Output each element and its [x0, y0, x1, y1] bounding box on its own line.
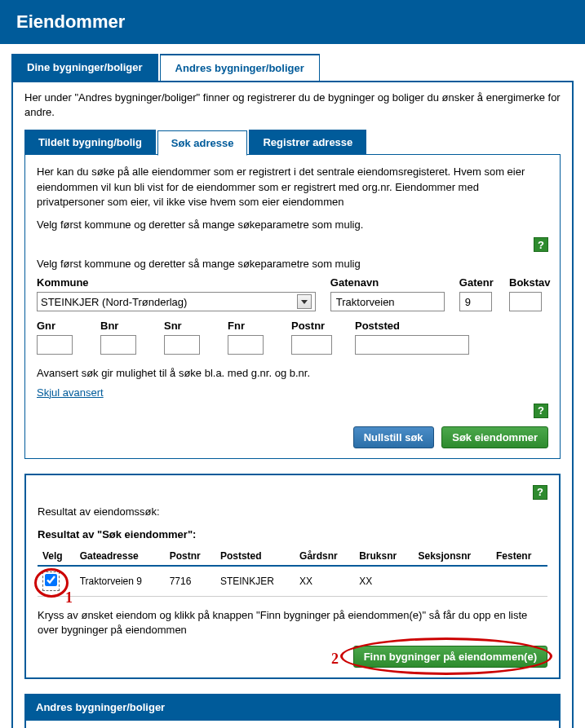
results-title: Resultat av eiendomssøk:: [38, 505, 547, 519]
col-poststed: Poststed: [215, 547, 295, 566]
subtab-registrer[interactable]: Registrer adresse: [249, 130, 366, 155]
label-gatenavn: Gatenavn: [330, 276, 445, 289]
help-icon[interactable]: ?: [533, 485, 547, 500]
help-icon[interactable]: ?: [534, 404, 548, 418]
snr-input[interactable]: [164, 335, 200, 355]
subtab-sok-adresse[interactable]: Søk adresse: [157, 130, 248, 156]
cell-seksjonsnr: [413, 566, 491, 597]
fnr-input[interactable]: [228, 335, 264, 355]
page-header: Eiendommer: [0, 0, 585, 44]
search-button[interactable]: Søk eiendommer: [441, 426, 548, 448]
cell-gateadresse: Traktorveien 9: [75, 566, 165, 597]
cell-bruksnr: XX: [354, 566, 413, 597]
cell-gardsnr: XX: [295, 566, 354, 597]
gnr-input[interactable]: [37, 335, 73, 355]
results-instruction: Kryss av ønsket eiendom og klikk på knap…: [38, 608, 547, 638]
label-poststed: Poststed: [355, 320, 469, 332]
table-row: Traktorveien 9 7716 STEINKJER XX XX: [38, 566, 547, 597]
bnr-input[interactable]: [100, 335, 136, 355]
search-desc1: Her kan du søke på alle eiendommer som e…: [37, 165, 548, 210]
col-bruksnr: Bruksnr: [354, 547, 413, 566]
postnr-input[interactable]: [291, 335, 332, 355]
search-desc3: Velg først kommune og deretter så mange …: [37, 257, 548, 271]
results-subtitle: Resultat av "Søk eiendommer":: [38, 527, 547, 542]
label-gatenr: Gatenr: [459, 276, 494, 289]
help-icon[interactable]: ?: [534, 237, 548, 252]
cell-postnr: 7716: [165, 566, 215, 597]
poststed-input[interactable]: [355, 335, 469, 355]
gatenavn-input[interactable]: [330, 292, 445, 311]
bottom-panel: ? Dersom du ikke finner din bolig/bygnin…: [24, 721, 561, 728]
results-table: Velg Gateadresse Postnr Poststed Gårdsnr…: [38, 547, 547, 597]
kommune-value: STEINKJER (Nord-Trønderlag): [41, 296, 187, 308]
main-panel: Her under "Andres bygninger/boliger" fin…: [11, 82, 574, 728]
advanced-text: Avansert søk gir mulighet til å søke bl.…: [37, 366, 548, 381]
results-panel: ? Resultat av eiendomssøk: Resultat av "…: [24, 474, 561, 680]
col-gateadresse: Gateadresse: [75, 547, 165, 566]
reset-button[interactable]: Nullstill søk: [353, 426, 434, 448]
hide-advanced-link[interactable]: Skjul avansert: [37, 386, 104, 399]
search-desc2: Velg først kommune og deretter så mange …: [37, 218, 548, 232]
tab-dine-bygninger[interactable]: Dine bygninger/boliger: [11, 54, 158, 81]
chevron-down-icon: [297, 294, 312, 309]
intro-text: Her under "Andres bygninger/boliger" fin…: [24, 90, 561, 120]
search-panel: Her kan du søke på alle eiendommer som e…: [24, 154, 561, 458]
row-checkbox[interactable]: [45, 574, 57, 586]
col-festenr: Festenr: [491, 547, 547, 566]
label-kommune: Kommune: [37, 276, 316, 289]
kommune-select[interactable]: STEINKJER (Nord-Trønderlag): [37, 292, 316, 311]
gatenr-input[interactable]: [459, 292, 492, 311]
label-bnr: Bnr: [100, 320, 149, 332]
subtab-tildelt[interactable]: Tildelt bygning/bolig: [24, 130, 156, 155]
label-bokstav: Bokstav: [509, 276, 548, 289]
page-title: Eiendommer: [16, 11, 125, 32]
bokstav-input[interactable]: [509, 292, 542, 311]
main-tabs: Dine bygninger/boliger Andres bygninger/…: [11, 54, 574, 82]
cell-festenr: [491, 566, 547, 597]
col-velg: Velg: [38, 547, 75, 566]
tab-andres-bygninger[interactable]: Andres bygninger/boliger: [160, 54, 320, 81]
label-gnr: Gnr: [37, 320, 86, 332]
find-buildings-button[interactable]: Finn bygninger på eiendommen(e): [353, 646, 547, 668]
label-fnr: Fnr: [228, 320, 277, 332]
section-bar-andres: Andres bygninger/boliger: [24, 694, 561, 721]
cell-poststed: STEINKJER: [215, 566, 295, 597]
col-seksjonsnr: Seksjonsnr: [413, 547, 491, 566]
label-snr: Snr: [164, 320, 213, 332]
col-postnr: Postnr: [165, 547, 215, 566]
col-gardsnr: Gårdsnr: [295, 547, 354, 566]
annotation-2: 2: [331, 651, 339, 668]
sub-tabs: Tildelt bygning/bolig Søk adresse Regist…: [24, 130, 561, 155]
label-postnr: Postnr: [291, 320, 340, 332]
